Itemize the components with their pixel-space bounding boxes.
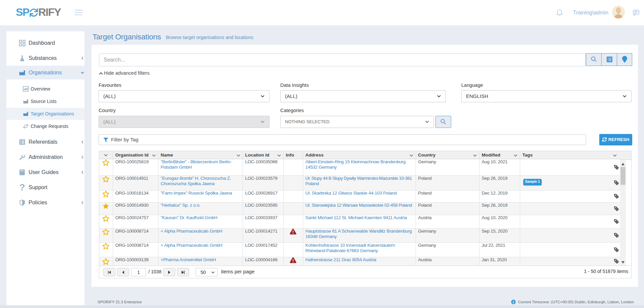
svg-text:i: i	[513, 300, 514, 304]
